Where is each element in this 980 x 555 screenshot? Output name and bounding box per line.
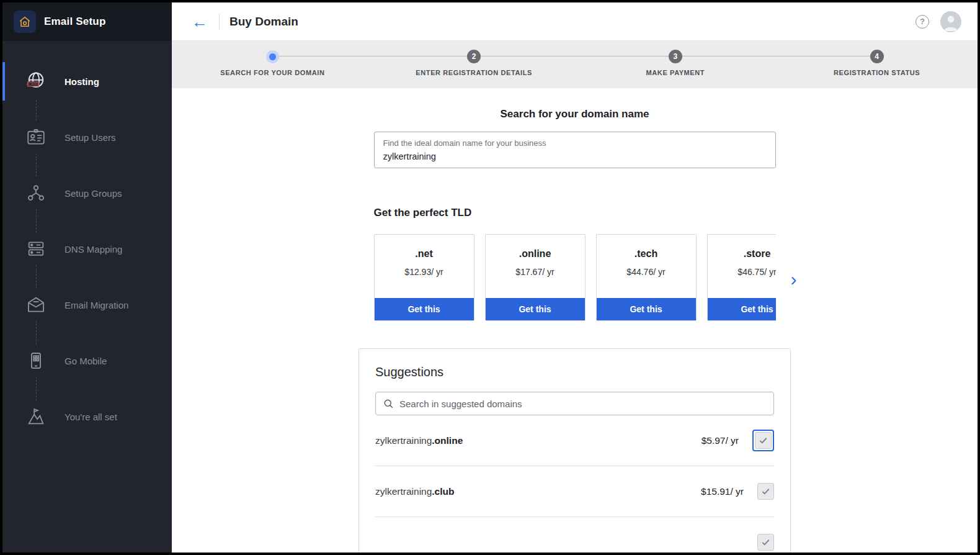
sidebar-nav: 01 WWW Hosting Setup Users [2, 41, 172, 553]
domain-search-hint: Find the ideal domain name for your busi… [383, 138, 767, 148]
sidebar-item-hosting[interactable]: 01 WWW Hosting [2, 53, 172, 109]
suggestion-domain: zylkertraining.club [375, 486, 454, 497]
suggestions-heading: Suggestions [375, 365, 774, 379]
main-area: ← Buy Domain ? SEARCH FOR YOUR DOMAIN [172, 2, 978, 553]
topbar: ← Buy Domain ? [172, 2, 978, 41]
suggestion-row: zylkertraining.club $15.91/ yr [375, 466, 774, 517]
back-button[interactable]: ← [188, 14, 212, 30]
suggestion-row: zylkertraining.online $5.97/ yr [375, 415, 774, 466]
tld-card-online: .online $17.67/ yr Get this [485, 234, 586, 321]
step-label: SEARCH FOR YOUR DOMAIN [220, 69, 324, 76]
tld-name: .tech [597, 248, 696, 259]
sidebar-item-setup-users[interactable]: Setup Users [2, 109, 172, 165]
suggestions-panel: Suggestions zylkertraining.online $5.97/… [359, 348, 791, 553]
globe-icon: 01 WWW [20, 65, 52, 97]
suggestion-domain: zylkertraining.online [375, 435, 463, 446]
sidebar-item-dns-mapping[interactable]: DNS Mapping [2, 221, 172, 277]
sidebar-item-label: DNS Mapping [65, 244, 122, 255]
sidebar-item-label: Setup Groups [65, 188, 122, 199]
sidebar-item-email-migration[interactable]: Email Migration [2, 277, 172, 333]
tld-heading: Get the perfect TLD [374, 207, 776, 219]
domain-search-heading: Search for your domain name [374, 108, 776, 120]
suggestion-row-partial [375, 517, 774, 553]
envelope-icon [20, 289, 52, 321]
suggestion-rows: zylkertraining.online $5.97/ yr zylkertr… [375, 415, 774, 553]
suggestions-search-box [375, 392, 774, 415]
tld-price: $12.93/ yr [375, 267, 474, 277]
app-logo-icon [14, 11, 36, 33]
mobile-icon [20, 345, 52, 377]
suggestion-checkbox[interactable] [757, 534, 774, 551]
domain-search-input[interactable] [383, 151, 767, 161]
step-number: 2 [467, 50, 481, 63]
sidebar-item-label: Setup Users [65, 132, 116, 143]
tld-name: .store [708, 248, 776, 259]
stepper: SEARCH FOR YOUR DOMAIN 2 ENTER REGISTRAT… [172, 41, 978, 88]
server-icon [20, 233, 52, 265]
step-label: REGISTRATION STATUS [834, 69, 920, 76]
suggestion-price: $15.91/ yr [701, 486, 744, 497]
svg-text:01 WWW: 01 WWW [27, 82, 40, 86]
sidebar-header: Email Setup [2, 2, 172, 41]
tld-name: .net [375, 248, 474, 259]
step-number: 4 [870, 50, 884, 63]
sidebar-item-label: Go Mobile [65, 356, 107, 366]
step-enter-registration-details: 2 ENTER REGISTRATION DETAILS [373, 50, 575, 88]
sidebar-item-label: Email Migration [65, 300, 128, 310]
sidebar-item-label: You're all set [65, 412, 117, 422]
step-make-payment: 3 MAKE PAYMENT [575, 50, 777, 88]
org-group-icon [20, 177, 52, 209]
search-icon [383, 399, 394, 409]
id-card-icon [20, 121, 52, 153]
suggestion-price: $5.97/ yr [702, 435, 739, 446]
suggestion-checkbox[interactable] [755, 432, 772, 449]
sidebar-item-youre-all-set[interactable]: You're all set [2, 389, 172, 444]
tld-name: .online [486, 248, 585, 259]
app-title: Email Setup [44, 16, 106, 28]
mountain-flag-icon [20, 400, 52, 433]
tld-price: $46.75/ yr [708, 267, 776, 277]
avatar[interactable] [940, 11, 961, 32]
app-window: Email Setup 01 WWW Hosting [0, 0, 980, 555]
tld-card-net: .net $12.93/ yr Get this [374, 234, 474, 321]
step-active-dot [269, 53, 276, 60]
suggestions-search-input[interactable] [399, 399, 766, 409]
step-label: ENTER REGISTRATION DETAILS [416, 69, 532, 76]
tld-carousel: .net $12.93/ yr Get this .online $17.67/… [374, 234, 776, 321]
topbar-divider [219, 14, 220, 30]
selected-checkbox-outline [752, 430, 774, 451]
tld-card-store: .store $46.75/ yr Get this [707, 234, 776, 321]
tld-card-tech: .tech $44.76/ yr Get this [596, 234, 697, 321]
tld-section: Get the perfect TLD .net $12.93/ yr Get … [374, 207, 776, 321]
sidebar-item-go-mobile[interactable]: Go Mobile [2, 333, 172, 389]
tld-price: $17.67/ yr [486, 267, 585, 277]
get-this-button[interactable]: Get this [486, 298, 585, 320]
topbar-right: ? [915, 11, 961, 32]
help-icon[interactable]: ? [915, 15, 929, 29]
tld-price: $44.76/ yr [597, 267, 696, 277]
sidebar-item-label: Hosting [65, 76, 99, 87]
sidebar-item-setup-groups[interactable]: Setup Groups [2, 165, 172, 221]
carousel-next-icon[interactable]: › [791, 270, 797, 289]
page-title: Buy Domain [229, 15, 298, 29]
get-this-button[interactable]: Get this [708, 298, 776, 320]
domain-search-box: Find the ideal domain name for your busi… [374, 132, 776, 168]
suggestion-checkbox[interactable] [757, 483, 774, 500]
content: Search for your domain name Find the ide… [172, 88, 978, 553]
step-number: 3 [669, 50, 682, 63]
step-label: MAKE PAYMENT [646, 69, 705, 76]
get-this-button[interactable]: Get this [375, 298, 474, 320]
get-this-button[interactable]: Get this [597, 298, 696, 320]
step-search-for-your-domain: SEARCH FOR YOUR DOMAIN [172, 50, 373, 88]
sidebar: Email Setup 01 WWW Hosting [2, 2, 172, 553]
step-registration-status: 4 REGISTRATION STATUS [776, 50, 978, 88]
